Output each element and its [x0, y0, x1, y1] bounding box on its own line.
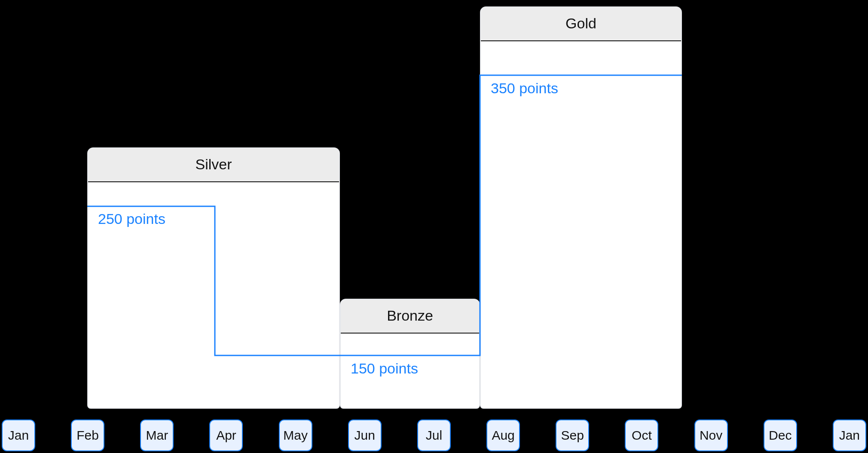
month-pill: Jan	[833, 419, 866, 451]
month-pill: Jan	[2, 419, 35, 451]
months-row: Jan Feb Mar Apr May Jun Jul Aug Sep Oct …	[0, 419, 868, 453]
month-pill: Jun	[348, 419, 382, 451]
month-pill: Dec	[764, 419, 797, 451]
month-pill: Feb	[71, 419, 104, 451]
diagram-stage: Silver Bronze Gold 250 points 150 points…	[0, 0, 868, 453]
month-pill: Apr	[209, 419, 243, 451]
month-pill: Sep	[556, 419, 589, 451]
month-pill: Mar	[140, 419, 174, 451]
points-label-gold: 350 points	[491, 80, 558, 97]
month-pill: May	[279, 419, 312, 451]
month-pill: Aug	[486, 419, 520, 451]
month-pill: Nov	[694, 419, 728, 451]
month-pill: Oct	[625, 419, 658, 451]
month-pill: Jul	[417, 419, 451, 451]
points-label-silver: 250 points	[98, 211, 165, 227]
points-label-bronze: 150 points	[351, 360, 418, 377]
